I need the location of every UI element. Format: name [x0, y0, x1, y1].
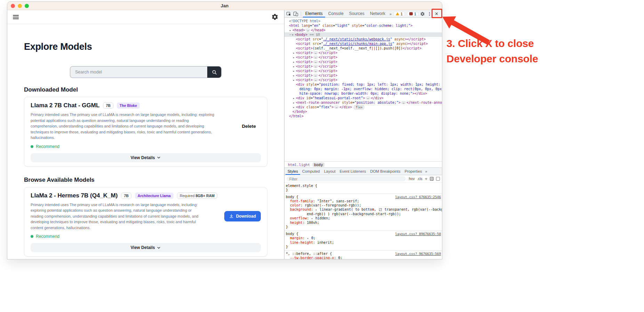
tab-sources[interactable]: Sources: [347, 10, 367, 17]
more-sidebar-tabs-icon[interactable]: »: [424, 169, 428, 173]
tab-computed[interactable]: Computed: [300, 168, 322, 175]
inspect-element-icon[interactable]: [286, 11, 292, 17]
delete-button[interactable]: Delete: [242, 124, 256, 129]
model-title: LlaMa 2 - Hermes 7B (Q4_K_M): [31, 192, 118, 199]
tab-styles[interactable]: Styles: [285, 168, 300, 175]
model-description: Primary intended uses The primary use of…: [31, 112, 217, 141]
downloaded-section-heading: Downloaded Model: [24, 86, 267, 93]
issues-badge[interactable]: 1: [407, 11, 419, 17]
titlebar: Jan: [7, 2, 442, 10]
dom-tree-line[interactable]: ▸<script></script>: [284, 64, 442, 69]
download-button[interactable]: Download: [224, 211, 261, 221]
minimize-window-button[interactable]: [18, 4, 22, 8]
tab-layout[interactable]: Layout: [322, 168, 338, 175]
hamburger-menu-icon[interactable]: [13, 14, 19, 20]
model-description: Primary intended uses The primary use of…: [31, 202, 204, 231]
view-details-button[interactable]: View Details: [31, 153, 261, 162]
toolbar-divider: [301, 11, 301, 16]
device-toolbar-icon[interactable]: [293, 11, 299, 17]
search-button[interactable]: [207, 67, 221, 78]
recommend-dot-icon: [31, 145, 33, 148]
zoom-window-button[interactable]: [25, 4, 29, 8]
dom-tree-line[interactable]: ▸<script></script>: [284, 78, 442, 82]
tab-network[interactable]: Network: [368, 10, 388, 17]
model-arch-badge: Architecture Llama: [135, 193, 174, 199]
dom-tree-line[interactable]: ▸<script></script>: [284, 69, 442, 73]
css-rule[interactable]: element.style {}: [284, 183, 442, 194]
view-details-button[interactable]: View Details: [31, 243, 261, 252]
tab-elements[interactable]: Elements: [303, 10, 325, 17]
computed-panel-icon[interactable]: [436, 177, 440, 181]
download-icon: [229, 214, 234, 218]
dom-tree-line[interactable]: ▸<next-route-announcer style="position: …: [284, 100, 442, 105]
tab-properties[interactable]: Properties: [402, 168, 424, 175]
dom-tree-line[interactable]: hite-space: nowrap; border-width: 0px; d…: [284, 91, 442, 96]
dom-tree-line[interactable]: ▸<div id="headlessui-portal-root"></div>: [284, 96, 442, 100]
dom-tree-line[interactable]: ▸<script></script>: [284, 55, 442, 60]
more-tabs-icon[interactable]: »: [388, 12, 393, 16]
page-title: Explore Models: [24, 41, 267, 52]
hover-state-toggle[interactable]: :hov: [408, 177, 415, 181]
grid-overlay-icon[interactable]: [430, 177, 434, 181]
ram-required-label: Required: [180, 194, 195, 198]
search-input[interactable]: [70, 67, 207, 78]
breadcrumb-html[interactable]: html.light: [287, 163, 311, 167]
dom-tree-line[interactable]: ▸<script></script>: [284, 60, 442, 64]
dom-tree-line[interactable]: ⋯▾<body> == $0: [284, 32, 442, 37]
devtools-close-button[interactable]: ×: [433, 11, 440, 17]
dom-tree-line[interactable]: <script>(self.__next_f=self.__next_f||[]…: [284, 46, 442, 50]
recommend-status: Recommend: [31, 234, 261, 239]
settings-gear-icon[interactable]: [271, 13, 279, 21]
stylesheet-link[interactable]: layout.css?_676635:2546: [395, 195, 441, 199]
browse-section-heading: Browse Available Models: [24, 177, 267, 184]
new-style-rule-button[interactable]: +: [425, 176, 427, 181]
app-header: [7, 10, 284, 24]
dom-tree-line[interactable]: ▸<div class="flex"></div>flex: [284, 105, 442, 109]
app-content: Explore Models Downloaded Model Llama 2 …: [7, 41, 284, 259]
dom-tree-line[interactable]: <!DOCTYPE html>: [284, 19, 442, 23]
close-window-button[interactable]: [11, 4, 15, 8]
dom-tree-line[interactable]: <div style="position: fixed; top: 1px; l…: [284, 82, 442, 87]
tab-dom-breakpoints[interactable]: DOM Breakpoints: [368, 168, 403, 175]
search-icon: [212, 70, 217, 75]
view-details-label: View Details: [131, 155, 155, 160]
dom-tree-line[interactable]: </html>: [284, 114, 442, 118]
css-rule[interactable]: *, ::before, ::after {layout.css?_967663…: [284, 251, 442, 259]
dom-tree-line[interactable]: <script src="./_next/static/chunks/webpa…: [284, 37, 442, 41]
model-card-available: LlaMa 2 - Hermes 7B (Q4_K_M) 7B Architec…: [24, 187, 267, 257]
dom-tree-line[interactable]: ▸<script></script>: [284, 73, 442, 78]
recommend-label: Recommend: [36, 144, 59, 149]
dom-tree-line[interactable]: dding: 0px; margin: -1px; overflow: hidd…: [284, 87, 442, 91]
recommend-dot-icon: [31, 235, 33, 238]
recommend-label: Recommend: [36, 234, 59, 239]
traffic-lights: [11, 4, 29, 8]
css-rule[interactable]: body {layout.css?_89676635:50margin: ▸ 0…: [284, 231, 442, 251]
view-details-label: View Details: [131, 245, 155, 250]
warning-triangle-icon: [396, 12, 399, 15]
styles-filter-input[interactable]: [287, 176, 406, 181]
model-size-badge: 7B: [121, 193, 131, 199]
stylesheet-link[interactable]: layout.css?_9676635:569: [395, 252, 441, 256]
dom-tree-line[interactable]: ▸<script></script>: [284, 50, 442, 55]
issue-count: 1: [414, 12, 416, 16]
tab-event-listeners[interactable]: Event Listeners: [338, 168, 368, 175]
dom-tree-line[interactable]: <script src="./_next/static/chunks/main-…: [284, 41, 442, 46]
console-warnings-badge[interactable]: 1: [393, 11, 405, 17]
model-search-bar: [70, 66, 222, 78]
ram-required-value: 8GB+ RAM: [195, 194, 215, 198]
breadcrumb-body[interactable]: body: [313, 163, 324, 167]
styles-filter-row: :hov .cls +: [284, 175, 442, 183]
class-toggle[interactable]: .cls: [417, 177, 422, 181]
annotation-text-line1: 3. Click X to close: [446, 38, 534, 49]
devtools-settings-gear-icon[interactable]: [419, 11, 426, 17]
devtools-menu-dots-icon[interactable]: [426, 11, 433, 17]
dom-tree-line[interactable]: ▸<head></head>: [284, 28, 442, 32]
tab-console[interactable]: Console: [326, 10, 346, 17]
dom-tree: <!DOCTYPE html> <html lang="en" class="l…: [284, 18, 442, 161]
stylesheet-link[interactable]: layout.css?_89676635:50: [395, 232, 441, 236]
css-rule[interactable]: body {layout.css?_676635:2546font-family…: [284, 194, 442, 231]
devtools-toolbar: Elements Console Sources Network » 1 1: [284, 10, 442, 18]
dom-tree-line[interactable]: <html lang="en" class="light" style="col…: [284, 23, 442, 28]
dom-tree-line[interactable]: </body>: [284, 109, 442, 114]
styles-rules: element.style {}body {layout.css?_676635…: [284, 183, 442, 259]
